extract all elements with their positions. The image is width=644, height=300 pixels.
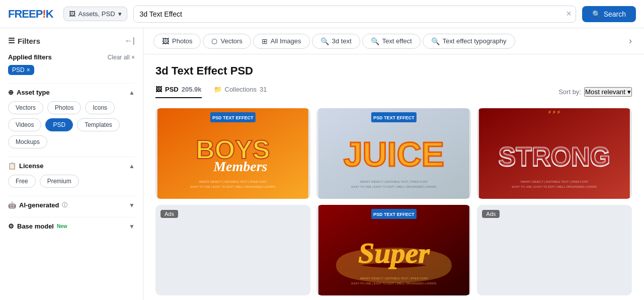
- psd-count: 205.9k: [182, 86, 202, 93]
- psd-tab-icon: 🖼: [155, 86, 162, 93]
- psd-tab-label: PSD: [165, 86, 179, 93]
- text-effect-typography-tab-label: Text effect typography: [443, 37, 507, 45]
- card-super[interactable]: PSD TEXT EFFECT Super SMART OBJECT | EDI…: [316, 205, 471, 295]
- text-effect-typography-tab-icon: 🔍: [431, 37, 440, 45]
- chip-videos[interactable]: Videos: [8, 118, 41, 131]
- logo: FREEP!K: [8, 8, 53, 21]
- svg-text:PSD TEXT EFFECT: PSD TEXT EFFECT: [373, 115, 415, 120]
- ai-icon: 🤖: [8, 201, 16, 209]
- search-button[interactable]: 🔍 Search: [582, 6, 636, 22]
- photos-tab-label: Photos: [172, 37, 192, 45]
- photos-tab-icon: 🖼: [162, 37, 169, 45]
- chevron-down-icon-ai: ▼: [129, 202, 135, 209]
- tab-all-images[interactable]: ⊞ All Images: [253, 34, 310, 49]
- sort-value-label: Most relevant: [585, 88, 625, 96]
- applied-filters: Applied filters Clear all × PSD ×: [8, 53, 135, 75]
- header: FREEP!K 🖼 Assets, PSD ▾ × 🔍 Search: [0, 0, 644, 28]
- super-image: PSD TEXT EFFECT Super SMART OBJECT | EDI…: [316, 205, 471, 295]
- strong-image: ⚡⚡⚡ STRONG STRONG SMART OBJECT | EDITABL…: [477, 108, 632, 199]
- chip-templates[interactable]: Templates: [77, 118, 120, 131]
- filter-section-license-header[interactable]: 📋 License ▲: [8, 162, 135, 170]
- search-type-icon: 🖼: [69, 10, 75, 18]
- svg-text:⚡⚡⚡: ⚡⚡⚡: [548, 110, 561, 114]
- layout: ☰ Filters ←| Applied filters Clear all ×…: [0, 28, 644, 300]
- content-area: 3d Text Effect PSD 🖼 PSD 205.9k 📁 Collec…: [143, 54, 644, 300]
- svg-text:SMART OBJECT | EDITABLE TEXT |: SMART OBJECT | EDITABLE TEXT | FREE FONT: [360, 277, 428, 280]
- ads-badge-1: Ads: [160, 210, 178, 218]
- search-type-selector[interactable]: 🖼 Assets, PSD ▾: [63, 7, 127, 21]
- divider-2: [8, 157, 135, 157]
- license-icon: 📋: [8, 162, 16, 170]
- sidebar-title-label: Filters: [18, 37, 40, 45]
- filter-section-base-model-header[interactable]: ⚙ Base model New ▼: [8, 222, 135, 230]
- chip-psd[interactable]: PSD: [45, 118, 73, 131]
- asset-type-chips: Vectors Photos Icons Videos PSD Template…: [8, 101, 135, 148]
- results-tab-collections[interactable]: 📁 Collections 31: [214, 86, 267, 98]
- svg-text:PSD TEXT EFFECT: PSD TEXT EFFECT: [212, 115, 254, 120]
- card-strong[interactable]: ⚡⚡⚡ STRONG STRONG SMART OBJECT | EDITABL…: [477, 108, 632, 199]
- sort-chevron-icon: ▾: [627, 88, 631, 96]
- chevron-up-icon-license: ▲: [129, 163, 135, 170]
- vectors-tab-icon: ⬡: [211, 37, 217, 45]
- collapse-sidebar-button[interactable]: ←|: [125, 36, 135, 45]
- chip-mockups[interactable]: Mockups: [8, 135, 47, 148]
- svg-text:EASY TO USE | EASY TO EDIT | W: EASY TO USE | EASY TO EDIT | WELL ORGANI…: [351, 282, 436, 285]
- filter-section-ai-title: 🤖 AI-generated ⓘ: [8, 201, 67, 209]
- chip-free[interactable]: Free: [8, 175, 36, 188]
- card-ads-2[interactable]: Ads: [477, 205, 632, 295]
- chip-photos[interactable]: Photos: [47, 101, 81, 114]
- tab-photos[interactable]: 🖼 Photos: [153, 34, 201, 49]
- chevron-down-icon-base-model: ▼: [129, 223, 135, 230]
- search-input[interactable]: [134, 6, 562, 22]
- chevron-up-icon: ▲: [129, 89, 135, 96]
- results-bar: 🖼 PSD 205.9k 📁 Collections 31 Sort by: M…: [155, 86, 632, 98]
- chip-vectors[interactable]: Vectors: [8, 101, 43, 114]
- card-boys-members[interactable]: PSD TEXT EFFECT BOYS Members SMART OBJEC…: [155, 108, 310, 199]
- tab-vectors[interactable]: ⬡ Vectors: [203, 34, 251, 49]
- chevron-down-icon: ▾: [118, 10, 122, 18]
- tab-3d-text[interactable]: 🔍 3d text: [312, 34, 360, 49]
- chip-premium[interactable]: Premium: [40, 175, 79, 188]
- search-container: ×: [133, 6, 576, 23]
- ads-badge-2: Ads: [482, 210, 500, 218]
- filter-tag-close-icon[interactable]: ×: [27, 66, 30, 73]
- collections-tab-label: Collections: [225, 86, 257, 93]
- ads-placeholder-2: [477, 205, 632, 295]
- filter-tags: PSD ×: [8, 65, 135, 75]
- text-effect-tab-label: Text effect: [382, 37, 412, 45]
- search-icon: 🔍: [592, 10, 601, 18]
- boys-members-image: PSD TEXT EFFECT BOYS Members SMART OBJEC…: [155, 108, 310, 199]
- svg-text:Members: Members: [213, 159, 267, 174]
- sidebar: ☰ Filters ←| Applied filters Clear all ×…: [0, 28, 143, 300]
- 3d-text-tab-label: 3d text: [332, 37, 352, 45]
- filter-section-base-model: ⚙ Base model New ▼: [8, 222, 135, 230]
- filter-section-ai-header[interactable]: 🤖 AI-generated ⓘ ▼: [8, 201, 135, 209]
- tab-text-effect[interactable]: 🔍 Text effect: [362, 34, 421, 49]
- filter-tag-psd[interactable]: PSD ×: [8, 65, 34, 75]
- results-tab-psd[interactable]: 🖼 PSD 205.9k: [155, 86, 202, 98]
- vectors-tab-label: Vectors: [220, 37, 242, 45]
- juice-image: PSD TEXT EFFECT JUICE SMART OBJECT | EDI…: [316, 108, 471, 199]
- page-title: 3d Text Effect PSD: [155, 64, 632, 78]
- chip-icons[interactable]: Icons: [85, 101, 115, 114]
- sidebar-title: ☰ Filters: [8, 36, 40, 45]
- sort-value-button[interactable]: Most relevant ▾: [584, 87, 632, 97]
- filter-section-asset-type-header[interactable]: ⊕ Asset type ▲: [8, 89, 135, 96]
- search-clear-button[interactable]: ×: [562, 9, 576, 19]
- clear-all-button[interactable]: Clear all ×: [108, 54, 135, 61]
- card-ads-1[interactable]: Ads: [155, 205, 310, 295]
- tabs-next-arrow[interactable]: ›: [627, 36, 634, 46]
- main-content: 🖼 Photos ⬡ Vectors ⊞ All Images 🔍 3d tex…: [143, 28, 644, 300]
- divider-3: [8, 196, 135, 196]
- all-images-tab-icon: ⊞: [262, 37, 268, 45]
- filter-section-asset-type: ⊕ Asset type ▲ Vectors Photos Icons Vide…: [8, 89, 135, 148]
- asset-type-icon: ⊕: [8, 89, 14, 96]
- filter-section-license: 📋 License ▲ Free Premium: [8, 162, 135, 188]
- filter-section-license-title: 📋 License: [8, 162, 43, 170]
- ai-info-icon[interactable]: ⓘ: [62, 201, 67, 209]
- filter-tag-label: PSD: [12, 66, 25, 73]
- tab-text-effect-typography[interactable]: 🔍 Text effect typography: [423, 34, 515, 49]
- card-juice[interactable]: PSD TEXT EFFECT JUICE SMART OBJECT | EDI…: [316, 108, 471, 199]
- 3d-text-tab-icon: 🔍: [320, 37, 329, 45]
- license-chips: Free Premium: [8, 175, 135, 188]
